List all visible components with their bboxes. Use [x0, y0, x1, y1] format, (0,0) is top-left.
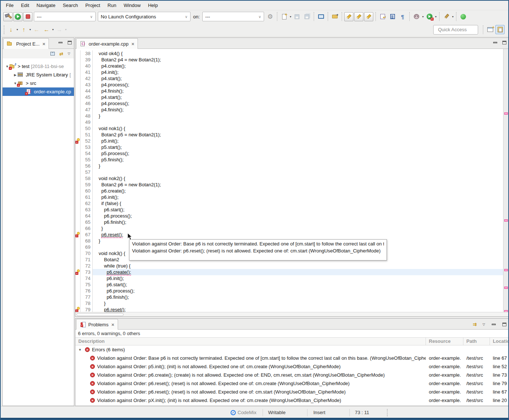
- horizontal-scrollbar[interactable]: [75, 312, 509, 316]
- menu-file[interactable]: File: [2, 1, 17, 10]
- code-line-42[interactable]: 42 p4.start();: [75, 75, 503, 82]
- code-line-74[interactable]: 74 p6.init();: [75, 275, 503, 281]
- code-line-51[interactable]: 51 Botan2 p5 = new Botan2(1);: [75, 132, 503, 138]
- column-path[interactable]: Path: [463, 338, 490, 345]
- pin-editor-button[interactable]: [442, 12, 451, 21]
- close-icon[interactable]: ×: [43, 41, 46, 47]
- back-dropdown[interactable]: ▾: [52, 28, 54, 31]
- build-config-select[interactable]: ---∨: [34, 12, 96, 21]
- tree-item-order-example-cp[interactable]: {}×order-example.cp: [3, 87, 74, 96]
- maximize-icon[interactable]: [502, 323, 506, 326]
- code-line-41[interactable]: 41 p4.init();: [75, 69, 503, 75]
- overview-error-marker[interactable]: [504, 269, 508, 271]
- column-resource[interactable]: Resource: [426, 338, 463, 345]
- codemix-status[interactable]: ✓ CodeMix: [231, 410, 256, 415]
- code-line-62[interactable]: 62 if (false) {: [75, 200, 503, 207]
- launch-settings-button[interactable]: ⚙: [266, 12, 275, 21]
- run-button[interactable]: [13, 12, 22, 21]
- code-line-57[interactable]: 57: [75, 169, 503, 175]
- code-line-56[interactable]: 56 }: [75, 163, 503, 169]
- quickfix-error-icon[interactable]: ×: [75, 269, 80, 275]
- code-line-72[interactable]: 72 while (true) {: [75, 263, 503, 269]
- console-button[interactable]: [316, 12, 325, 21]
- quickfix-error-icon[interactable]: ×: [75, 138, 80, 144]
- menu-search[interactable]: Search: [59, 1, 82, 10]
- back-button[interactable]: ←: [42, 25, 51, 34]
- previous-annotation-button[interactable]: ↑: [19, 25, 28, 34]
- code-line-49[interactable]: 49: [75, 119, 503, 125]
- save-button[interactable]: [292, 12, 302, 21]
- focus-on-task-icon[interactable]: ⇉: [473, 322, 476, 327]
- minimize-icon[interactable]: [58, 42, 63, 43]
- code-line-75[interactable]: 75 p6.start();: [75, 281, 503, 288]
- code-line-60[interactable]: 60 p6.create();: [75, 188, 503, 194]
- code-line-46[interactable]: 46 p4.process();: [75, 100, 503, 107]
- stop-button[interactable]: [23, 12, 32, 21]
- view-menu-icon[interactable]: ▽: [483, 323, 485, 326]
- toolbar-drag-handle[interactable]: [4, 25, 4, 34]
- status-drag-handle[interactable]: [387, 409, 388, 416]
- menu-edit[interactable]: Edit: [17, 1, 33, 10]
- collapse-all-icon[interactable]: [50, 52, 55, 55]
- expander-icon[interactable]: ▼: [78, 348, 83, 352]
- maximize-icon[interactable]: [502, 41, 506, 44]
- menu-run[interactable]: Run: [104, 1, 120, 10]
- codemix-dropdown[interactable]: ▾: [422, 15, 424, 18]
- tab-project-explorer[interactable]: Project E... ×: [3, 38, 49, 49]
- code-line-39[interactable]: 39 Botan2 p4 = new Botan2(1);: [75, 57, 503, 63]
- import-button[interactable]: [330, 12, 339, 21]
- last-edit-location-button[interactable]: ←: [32, 25, 41, 34]
- quick-access-button[interactable]: Quick Access: [433, 25, 478, 35]
- code-line-40[interactable]: 40 p4.create();: [75, 63, 503, 69]
- next-annotation-button[interactable]: ↓: [6, 25, 15, 34]
- code-line-52[interactable]: ×52 p5.init();: [75, 138, 503, 144]
- problem-row-1[interactable]: ×Violation against Order: Base p6 is not…: [75, 354, 509, 362]
- pin-dropdown[interactable]: ▾: [452, 15, 453, 18]
- forward-button[interactable]: →: [55, 25, 64, 34]
- code-line-45[interactable]: 45 p4.start();: [75, 94, 503, 100]
- problem-row-3[interactable]: ×Violation against Order: p6.create(); (…: [75, 371, 509, 379]
- tab-order-example-cpp[interactable]: {} order-example.cpp ×: [76, 38, 138, 49]
- problem-row-6[interactable]: ×Violation against Order: pX.init(); (in…: [75, 396, 509, 405]
- code-line-47[interactable]: 47 p4.finish();: [75, 107, 503, 113]
- view-menu-icon[interactable]: ▽: [68, 52, 70, 55]
- show-whitespace-button[interactable]: ¶: [398, 12, 407, 21]
- errors-group-row[interactable]: ▼ × Errors (6 items): [75, 345, 509, 354]
- code-line-65[interactable]: 65 p6.finish();: [75, 219, 503, 225]
- forward-dropdown[interactable]: ▾: [65, 28, 67, 31]
- server-status-button[interactable]: [459, 12, 468, 21]
- problem-row-2[interactable]: ×Violation against Order: p5.init(); (in…: [75, 362, 509, 371]
- code-line-58[interactable]: 58 void nok2() {: [75, 175, 503, 182]
- quickfix-error-icon[interactable]: ×: [75, 307, 80, 312]
- external-annotation-button[interactable]: [378, 12, 387, 21]
- close-icon[interactable]: ×: [111, 322, 114, 327]
- show-selected-element-button[interactable]: [388, 12, 397, 21]
- next-annotation-dropdown[interactable]: ▾: [17, 28, 18, 31]
- code-line-78[interactable]: 78 }: [75, 300, 503, 306]
- quickfix-error-icon[interactable]: ×: [75, 232, 80, 237]
- code-line-53[interactable]: 53 p5.start();: [75, 144, 503, 150]
- code-line-66[interactable]: 66 }: [75, 225, 503, 231]
- menu-project[interactable]: Project: [82, 1, 104, 10]
- problem-row-5[interactable]: ×Violation against Order: p6.reset(); (r…: [75, 388, 509, 396]
- code-line-73[interactable]: ×73 p6.create();: [75, 269, 503, 275]
- column-description[interactable]: Description: [75, 338, 426, 345]
- resource-perspective-button[interactable]: [495, 25, 505, 34]
- save-all-button[interactable]: [302, 12, 312, 21]
- minimize-icon[interactable]: [493, 42, 497, 43]
- highlight-button-1[interactable]: [344, 12, 353, 21]
- menu-navigate[interactable]: Navigate: [33, 1, 59, 10]
- launch-config-select[interactable]: No Launch Configurations∨: [98, 12, 191, 21]
- run-dropdown[interactable]: ▾: [435, 15, 437, 18]
- code-line-67[interactable]: ×67 p6.reset();: [75, 231, 503, 238]
- maximize-icon[interactable]: [68, 41, 72, 44]
- problem-row-4[interactable]: ×Violation against Order: p6.reset(); (r…: [75, 379, 509, 388]
- link-with-editor-icon[interactable]: ⇄: [59, 51, 63, 57]
- build-button[interactable]: [3, 12, 13, 21]
- tree-item-jre-system-library[interactable]: ▶JRE System Library[: [3, 71, 74, 79]
- code-line-44[interactable]: 44 p4.finish();: [75, 88, 503, 94]
- code-line-50[interactable]: 50 void nok1() {: [75, 125, 503, 132]
- highlight-button-2[interactable]: [354, 12, 363, 21]
- minimize-icon[interactable]: [492, 324, 496, 325]
- scrollbar-thumb[interactable]: [76, 313, 124, 316]
